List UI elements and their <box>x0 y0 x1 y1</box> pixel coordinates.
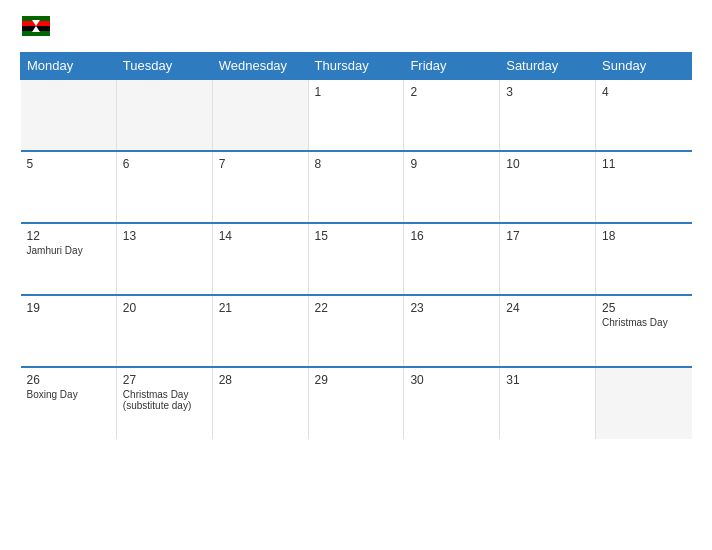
day-cell: 20 <box>116 295 212 367</box>
day-cell: 21 <box>212 295 308 367</box>
day-number: 16 <box>410 229 493 243</box>
day-cell <box>212 79 308 151</box>
day-cell: 19 <box>21 295 117 367</box>
day-number: 8 <box>315 157 398 171</box>
day-cell: 9 <box>404 151 500 223</box>
kenya-flag-icon <box>22 16 50 36</box>
day-cell: 25Christmas Day <box>596 295 692 367</box>
day-number: 27 <box>123 373 206 387</box>
day-cell: 18 <box>596 223 692 295</box>
day-number: 6 <box>123 157 206 171</box>
logo <box>20 16 50 40</box>
header-row: MondayTuesdayWednesdayThursdayFridaySatu… <box>21 53 692 80</box>
day-number: 4 <box>602 85 685 99</box>
day-number: 30 <box>410 373 493 387</box>
day-number: 24 <box>506 301 589 315</box>
day-number: 25 <box>602 301 685 315</box>
day-cell: 6 <box>116 151 212 223</box>
day-cell <box>21 79 117 151</box>
day-cell: 12Jamhuri Day <box>21 223 117 295</box>
day-number: 10 <box>506 157 589 171</box>
holiday-label: Jamhuri Day <box>27 245 110 256</box>
day-cell: 3 <box>500 79 596 151</box>
day-cell: 24 <box>500 295 596 367</box>
day-cell: 22 <box>308 295 404 367</box>
day-number: 13 <box>123 229 206 243</box>
day-cell: 17 <box>500 223 596 295</box>
day-cell: 1 <box>308 79 404 151</box>
week-row-1: 1234 <box>21 79 692 151</box>
day-cell: 29 <box>308 367 404 439</box>
day-number: 1 <box>315 85 398 99</box>
col-header-tuesday: Tuesday <box>116 53 212 80</box>
day-number: 14 <box>219 229 302 243</box>
day-cell: 27Christmas Day (substitute day) <box>116 367 212 439</box>
calendar-table: MondayTuesdayWednesdayThursdayFridaySatu… <box>20 52 692 439</box>
col-header-monday: Monday <box>21 53 117 80</box>
day-number: 28 <box>219 373 302 387</box>
day-cell <box>116 79 212 151</box>
day-number: 5 <box>27 157 110 171</box>
day-number: 31 <box>506 373 589 387</box>
day-cell: 28 <box>212 367 308 439</box>
day-cell: 2 <box>404 79 500 151</box>
day-number: 11 <box>602 157 685 171</box>
day-cell: 16 <box>404 223 500 295</box>
calendar-wrapper: MondayTuesdayWednesdayThursdayFridaySatu… <box>0 0 712 550</box>
holiday-label: Christmas Day (substitute day) <box>123 389 206 411</box>
day-number: 7 <box>219 157 302 171</box>
header <box>20 16 692 40</box>
col-header-sunday: Sunday <box>596 53 692 80</box>
day-number: 12 <box>27 229 110 243</box>
day-number: 21 <box>219 301 302 315</box>
week-row-5: 26Boxing Day27Christmas Day (substitute … <box>21 367 692 439</box>
day-number: 20 <box>123 301 206 315</box>
day-cell: 13 <box>116 223 212 295</box>
day-cell: 30 <box>404 367 500 439</box>
day-number: 19 <box>27 301 110 315</box>
day-cell: 5 <box>21 151 117 223</box>
day-number: 22 <box>315 301 398 315</box>
day-cell: 15 <box>308 223 404 295</box>
week-row-3: 12Jamhuri Day131415161718 <box>21 223 692 295</box>
day-number: 26 <box>27 373 110 387</box>
day-number: 3 <box>506 85 589 99</box>
day-cell: 14 <box>212 223 308 295</box>
day-number: 15 <box>315 229 398 243</box>
day-number: 17 <box>506 229 589 243</box>
day-number: 23 <box>410 301 493 315</box>
col-header-saturday: Saturday <box>500 53 596 80</box>
day-number: 2 <box>410 85 493 99</box>
day-number: 9 <box>410 157 493 171</box>
day-cell: 31 <box>500 367 596 439</box>
col-header-thursday: Thursday <box>308 53 404 80</box>
day-cell: 8 <box>308 151 404 223</box>
day-number: 29 <box>315 373 398 387</box>
col-header-friday: Friday <box>404 53 500 80</box>
day-number: 18 <box>602 229 685 243</box>
holiday-label: Christmas Day <box>602 317 685 328</box>
holiday-label: Boxing Day <box>27 389 110 400</box>
day-cell: 11 <box>596 151 692 223</box>
day-cell: 10 <box>500 151 596 223</box>
week-row-2: 567891011 <box>21 151 692 223</box>
day-cell: 4 <box>596 79 692 151</box>
day-cell <box>596 367 692 439</box>
day-cell: 23 <box>404 295 500 367</box>
col-header-wednesday: Wednesday <box>212 53 308 80</box>
week-row-4: 19202122232425Christmas Day <box>21 295 692 367</box>
day-cell: 26Boxing Day <box>21 367 117 439</box>
day-cell: 7 <box>212 151 308 223</box>
